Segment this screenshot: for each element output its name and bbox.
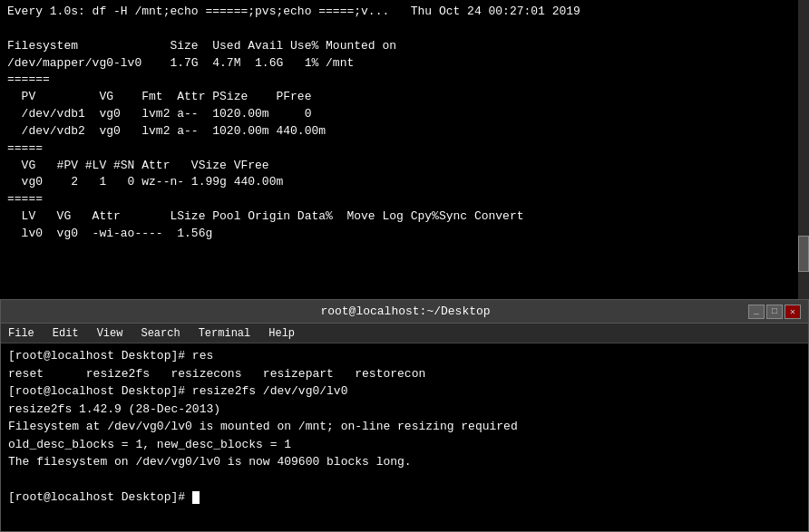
bg-line10: VG #PV #LV #SN Attr VSize VFree [7, 159, 269, 172]
terminal-cursor [192, 491, 200, 504]
minimize-button[interactable]: _ [748, 305, 765, 319]
bg-line1: Every 1.0s: df -H /mnt;echo ======;pvs;e… [7, 5, 580, 18]
bg-line7: /dev/vdb1 vg0 lvm2 a-- 1020.00m 0 [7, 107, 311, 121]
bg-line13: LV VG Attr LSize Pool Origin Data% Move … [7, 209, 524, 223]
fg-line2: reset resize2fs resizecons resizepart re… [8, 367, 425, 381]
fg-line4: resize2fs 1.42.9 (28-Dec-2013) [8, 402, 220, 416]
menu-help[interactable]: Help [265, 327, 298, 340]
bg-line8: /dev/vdb2 vg0 lvm2 a-- 1020.00m 440.00m [7, 124, 326, 138]
fg-prompt: [root@localhost Desktop]# [8, 490, 192, 504]
menu-search[interactable]: Search [137, 327, 183, 340]
bg-line12: ===== [7, 192, 43, 206]
fg-terminal-text: [root@localhost Desktop]# res reset resi… [8, 347, 801, 507]
bg-line9: ===== [7, 141, 43, 155]
close-button[interactable]: ✕ [785, 305, 801, 319]
menu-edit[interactable]: Edit [49, 327, 83, 340]
bg-terminal: Every 1.0s: df -H /mnt;echo ======;pvs;e… [0, 0, 809, 299]
menu-view[interactable]: View [93, 327, 127, 340]
terminal-menubar: File Edit View Search Terminal Help [1, 324, 808, 343]
bg-terminal-content: Every 1.0s: df -H /mnt;echo ======;pvs;e… [7, 4, 802, 243]
menu-file[interactable]: File [5, 327, 38, 340]
bg-line4: /dev/mapper/vg0-lv0 1.7G 4.7M 1.6G 1% /m… [7, 56, 354, 70]
terminal-title: root@localhost:~/Desktop [63, 305, 748, 318]
maximize-button[interactable]: □ [766, 305, 783, 319]
fg-line5: Filesystem at /dev/vg0/lv0 is mounted on… [8, 420, 518, 433]
bg-line11: vg0 2 1 0 wz--n- 1.99g 440.00m [7, 175, 283, 189]
fg-terminal-window: root@localhost:~/Desktop _ □ ✕ File Edit… [0, 299, 809, 532]
menu-terminal[interactable]: Terminal [195, 327, 255, 340]
bg-terminal-scrollbar[interactable] [798, 0, 809, 299]
bg-line14: lv0 vg0 -wi-ao---- 1.56g [7, 227, 212, 240]
terminal-titlebar: root@localhost:~/Desktop _ □ ✕ [1, 300, 808, 324]
bg-line5: ====== [7, 73, 50, 86]
fg-line7: The filesystem on /dev/vg0/lv0 is now 40… [8, 455, 412, 469]
bg-line3: Filesystem Size Used Avail Use% Mounted … [7, 39, 396, 53]
bg-line6: PV VG Fmt Attr PSize PFree [7, 90, 311, 103]
bg-scrollbar-thumb[interactable] [798, 236, 809, 272]
fg-line6: old_desc_blocks = 1, new_desc_blocks = 1 [8, 438, 291, 451]
terminal-controls: _ □ ✕ [748, 305, 801, 319]
fg-line3: [root@localhost Desktop]# resize2fs /dev… [8, 384, 347, 398]
fg-line1: [root@localhost Desktop]# res [8, 349, 213, 363]
fg-terminal-content[interactable]: [root@localhost Desktop]# res reset resi… [1, 343, 808, 531]
